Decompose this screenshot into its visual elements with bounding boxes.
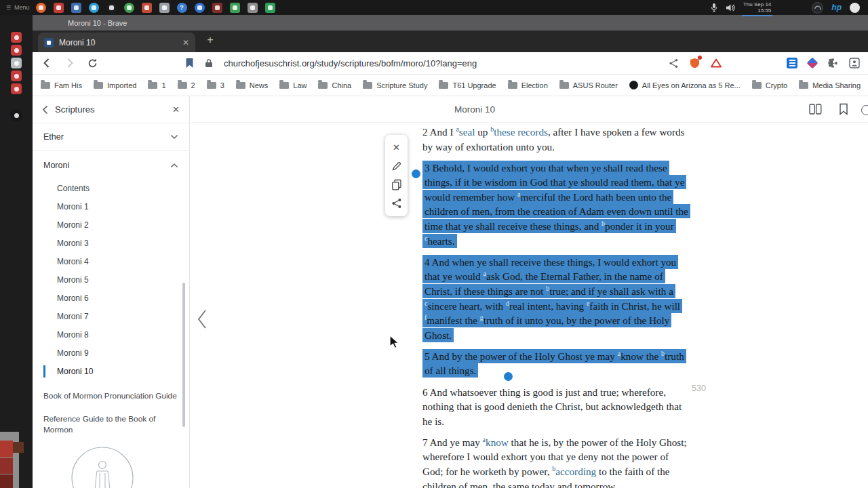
gray-tool-icon[interactable]: [248, 3, 258, 13]
bookmark-item[interactable]: T61 Upgrade: [439, 81, 496, 89]
sidebar-item-moroni-8[interactable]: Moroni 8: [33, 325, 189, 344]
footnote-link[interactable]: seal: [459, 126, 475, 138]
forward-button[interactable]: [64, 57, 76, 69]
photo-tool-icon[interactable]: [71, 3, 81, 13]
footnote-link[interactable]: ask: [486, 270, 500, 282]
bookmark-item[interactable]: Imported: [94, 81, 136, 89]
profile-icon[interactable]: [849, 58, 860, 68]
verse-2[interactable]: 2 And I aseal up bthese records, after I…: [422, 125, 688, 154]
verse-5[interactable]: 5 And by the power of the Holy Ghost ye …: [422, 349, 688, 378]
swirl-app-icon[interactable]: [812, 2, 823, 14]
browser-tab[interactable]: Moroni 10 ✕: [38, 33, 195, 52]
bookmark-item[interactable]: 2: [178, 81, 195, 89]
gem-extension-icon[interactable]: [807, 58, 818, 69]
window-titlebar[interactable]: Moroni 10 - Brave: [33, 15, 868, 30]
sidebar-item-moroni-1[interactable]: Moroni 1: [33, 197, 189, 216]
footnote-link[interactable]: according: [555, 466, 596, 477]
red-badge-icon-1[interactable]: [11, 32, 22, 43]
green-app-icon[interactable]: [265, 3, 275, 13]
verse-7[interactable]: 7 And ye may aknow that he is, by the po…: [422, 435, 688, 488]
clipped-header-icon[interactable]: [861, 105, 868, 115]
sidebar-item-moroni-3[interactable]: Moroni 3: [33, 234, 189, 252]
spreadsheet-icon[interactable]: [230, 3, 240, 13]
tray-circle-icon[interactable]: [850, 3, 860, 13]
grid-icon[interactable]: [11, 58, 22, 68]
footnote-link[interactable]: manifest: [427, 314, 462, 326]
files-icon[interactable]: [159, 3, 170, 13]
red-badge-icon-2[interactable]: [11, 45, 22, 56]
sidebar-item-moroni-4[interactable]: Moroni 4: [33, 252, 189, 270]
sidebar-item-moroni[interactable]: Moroni: [33, 151, 189, 179]
share-icon[interactable]: [669, 58, 679, 68]
new-tab-button[interactable]: +: [203, 34, 217, 46]
sidebar-item-moroni-9[interactable]: Moroni 9: [33, 344, 189, 362]
dark-app-icon[interactable]: [106, 3, 117, 13]
sidebar-item-moroni-2[interactable]: Moroni 2: [33, 216, 189, 234]
bookmark-item[interactable]: Law: [279, 81, 307, 89]
previous-chapter-button[interactable]: [197, 309, 208, 332]
copy-button[interactable]: [390, 178, 403, 192]
bookmark-item[interactable]: China: [318, 81, 351, 89]
bookmark-item[interactable]: News: [236, 81, 269, 89]
sidebar-item-moroni-6[interactable]: Moroni 6: [33, 289, 189, 307]
firefox-icon[interactable]: [36, 3, 46, 13]
footnote-link[interactable]: true: [549, 285, 566, 297]
sidebar-item-moroni-10[interactable]: Moroni 10: [33, 362, 189, 380]
related-content-icon[interactable]: [809, 104, 822, 115]
extensions-puzzle-icon[interactable]: [827, 58, 838, 68]
back-button[interactable]: [41, 57, 53, 69]
selection-close-button[interactable]: ✕: [390, 141, 403, 155]
sidebar-item-moroni-7[interactable]: Moroni 7: [33, 307, 189, 325]
footnote-link[interactable]: real: [509, 300, 525, 312]
red-media-icon[interactable]: [54, 3, 64, 13]
green-chat-icon[interactable]: [124, 3, 134, 13]
sidebar-item-ether[interactable]: Ether: [33, 123, 189, 151]
footnote-link[interactable]: know: [620, 350, 644, 362]
microphone-icon[interactable]: [711, 3, 717, 13]
footnote-link[interactable]: truth: [484, 314, 503, 326]
back-icon[interactable]: [42, 105, 48, 115]
sidebar-item-reference-guide[interactable]: Reference Guide to the Book of Mormon: [33, 407, 189, 441]
warning-triangle-icon[interactable]: [711, 58, 722, 68]
sidebar-close-icon[interactable]: ✕: [172, 104, 180, 115]
bookmark-item[interactable]: 1: [148, 81, 165, 89]
bookmark-item[interactable]: Fam His: [41, 81, 82, 89]
footnote-link[interactable]: truth: [665, 350, 684, 362]
sidebar-item-pronunciation-guide[interactable]: Book of Mormon Pronunciation Guide: [33, 384, 189, 407]
share-button[interactable]: [390, 197, 403, 210]
bookmark-item[interactable]: Crypto: [752, 81, 787, 89]
dark-swirl-icon[interactable]: [10, 109, 22, 121]
footnote-link[interactable]: faith: [589, 300, 608, 312]
bookmark-icon[interactable]: [839, 103, 848, 115]
bookmark-flag-icon[interactable]: [185, 58, 194, 68]
footnote-link[interactable]: sincere: [427, 300, 456, 312]
selection-start-handle[interactable]: [412, 169, 420, 178]
red-badge-icon-3[interactable]: [11, 70, 22, 81]
brave-shields-icon[interactable]: [690, 58, 700, 68]
footnote-link[interactable]: ponder: [605, 220, 633, 232]
site-security-icon[interactable]: [205, 58, 213, 68]
footnote-link[interactable]: know: [486, 436, 509, 448]
sidebar-item-moroni-5[interactable]: Moroni 5: [33, 270, 189, 289]
bookmark-item[interactable]: All Eyes on Arizona as 5 Re...: [629, 81, 741, 89]
bookmark-item[interactable]: Media Sharing: [799, 81, 861, 89]
reload-button[interactable]: [87, 58, 98, 69]
volume-icon[interactable]: [726, 3, 735, 12]
tab-close-icon[interactable]: ✕: [182, 38, 189, 47]
footnote-link[interactable]: these records: [494, 126, 548, 138]
bookmark-item[interactable]: Scripture Study: [363, 81, 427, 89]
system-menu[interactable]: ≡ Menu: [0, 3, 36, 12]
bookmark-item[interactable]: Election: [508, 81, 548, 89]
footnote-link[interactable]: merciful: [521, 191, 555, 203]
verse-3[interactable]: 3 Behold, I would exhort you that when y…: [422, 161, 688, 249]
bookmark-item[interactable]: ASUS Router: [559, 81, 618, 89]
bookmark-item[interactable]: 3: [207, 81, 224, 89]
verse-6[interactable]: 6 And whatsoever thing is good is just a…: [422, 385, 688, 429]
address-bar[interactable]: churchofjesuschrist.org/study/scriptures…: [224, 58, 658, 68]
system-clock[interactable]: Thu Sep 14 15:55: [743, 1, 771, 14]
mail-icon[interactable]: [142, 3, 152, 13]
footnote-link[interactable]: hearts: [427, 235, 452, 247]
video-editor-icon[interactable]: [212, 3, 222, 13]
red-badge-icon-4[interactable]: [11, 83, 22, 94]
highlight-button[interactable]: [390, 159, 403, 173]
